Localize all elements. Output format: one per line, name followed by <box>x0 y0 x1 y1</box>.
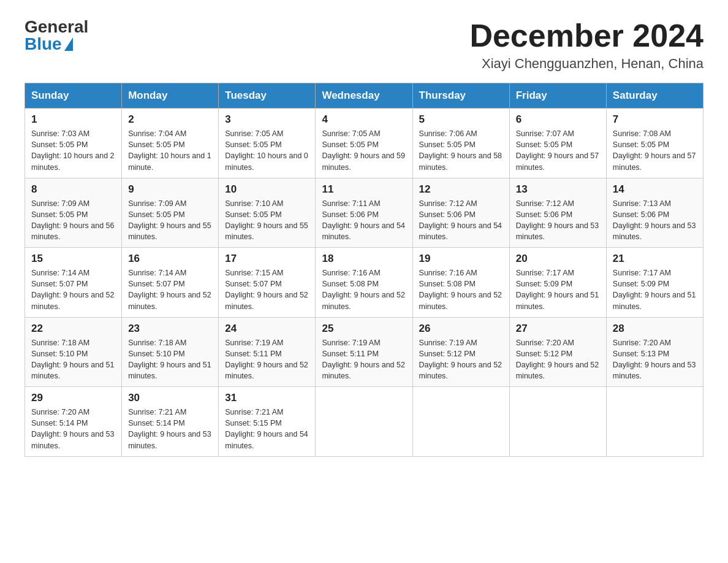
calendar-cell: 13Sunrise: 7:12 AMSunset: 5:06 PMDayligh… <box>509 178 606 248</box>
calendar-cell <box>606 387 703 457</box>
calendar-cell <box>412 387 509 457</box>
day-info: Sunrise: 7:05 AMSunset: 5:05 PMDaylight:… <box>225 128 309 173</box>
day-info: Sunrise: 7:16 AMSunset: 5:08 PMDaylight:… <box>322 267 406 312</box>
day-number: 8 <box>31 183 115 196</box>
day-number: 29 <box>31 392 115 404</box>
day-info: Sunrise: 7:12 AMSunset: 5:06 PMDaylight:… <box>516 198 600 243</box>
calendar-cell: 24Sunrise: 7:19 AMSunset: 5:11 PMDayligh… <box>219 317 316 387</box>
calendar-cell <box>316 387 412 457</box>
calendar-cell: 8Sunrise: 7:09 AMSunset: 5:05 PMDaylight… <box>25 178 122 248</box>
day-info: Sunrise: 7:20 AMSunset: 5:12 PMDaylight:… <box>516 337 600 382</box>
calendar-cell: 18Sunrise: 7:16 AMSunset: 5:08 PMDayligh… <box>316 248 412 318</box>
day-number: 10 <box>225 183 309 196</box>
calendar-cell: 6Sunrise: 7:07 AMSunset: 5:05 PMDaylight… <box>509 109 606 178</box>
day-info: Sunrise: 7:12 AMSunset: 5:06 PMDaylight:… <box>419 198 503 243</box>
day-info: Sunrise: 7:19 AMSunset: 5:11 PMDaylight:… <box>225 337 309 382</box>
day-info: Sunrise: 7:10 AMSunset: 5:05 PMDaylight:… <box>225 198 309 243</box>
day-info: Sunrise: 7:18 AMSunset: 5:10 PMDaylight:… <box>128 337 212 382</box>
calendar-cell: 17Sunrise: 7:15 AMSunset: 5:07 PMDayligh… <box>219 248 316 318</box>
calendar-cell: 12Sunrise: 7:12 AMSunset: 5:06 PMDayligh… <box>412 178 509 248</box>
calendar-cell: 9Sunrise: 7:09 AMSunset: 5:05 PMDaylight… <box>122 178 219 248</box>
location-subtitle: Xiayi Chengguanzhen, Henan, China <box>469 56 703 72</box>
calendar-cell: 25Sunrise: 7:19 AMSunset: 5:11 PMDayligh… <box>316 317 412 387</box>
calendar-cell: 20Sunrise: 7:17 AMSunset: 5:09 PMDayligh… <box>509 248 606 318</box>
calendar-cell: 16Sunrise: 7:14 AMSunset: 5:07 PMDayligh… <box>122 248 219 318</box>
calendar-cell: 27Sunrise: 7:20 AMSunset: 5:12 PMDayligh… <box>509 317 606 387</box>
day-info: Sunrise: 7:20 AMSunset: 5:13 PMDaylight:… <box>613 337 697 382</box>
column-header-wednesday: Wednesday <box>316 83 412 109</box>
day-number: 4 <box>322 113 406 126</box>
calendar-cell: 10Sunrise: 7:10 AMSunset: 5:05 PMDayligh… <box>219 178 316 248</box>
month-title: December 2024 <box>469 18 703 53</box>
column-header-friday: Friday <box>509 83 606 109</box>
day-number: 26 <box>419 323 503 335</box>
day-info: Sunrise: 7:09 AMSunset: 5:05 PMDaylight:… <box>31 198 115 243</box>
day-info: Sunrise: 7:17 AMSunset: 5:09 PMDaylight:… <box>613 267 697 312</box>
day-info: Sunrise: 7:07 AMSunset: 5:05 PMDaylight:… <box>516 128 600 173</box>
day-number: 14 <box>613 183 697 196</box>
column-header-tuesday: Tuesday <box>219 83 316 109</box>
calendar-cell: 30Sunrise: 7:21 AMSunset: 5:14 PMDayligh… <box>122 387 219 457</box>
day-info: Sunrise: 7:19 AMSunset: 5:12 PMDaylight:… <box>419 337 503 382</box>
calendar-cell: 28Sunrise: 7:20 AMSunset: 5:13 PMDayligh… <box>606 317 703 387</box>
calendar-cell: 29Sunrise: 7:20 AMSunset: 5:14 PMDayligh… <box>25 387 122 457</box>
week-row-1: 1Sunrise: 7:03 AMSunset: 5:05 PMDaylight… <box>25 109 703 178</box>
day-info: Sunrise: 7:11 AMSunset: 5:06 PMDaylight:… <box>322 198 406 243</box>
page-header: General Blue December 2024 Xiayi Chenggu… <box>25 18 703 72</box>
calendar-cell: 11Sunrise: 7:11 AMSunset: 5:06 PMDayligh… <box>316 178 412 248</box>
day-number: 12 <box>419 183 503 196</box>
day-info: Sunrise: 7:06 AMSunset: 5:05 PMDaylight:… <box>419 128 503 173</box>
day-info: Sunrise: 7:17 AMSunset: 5:09 PMDaylight:… <box>516 267 600 312</box>
title-block: December 2024 Xiayi Chengguanzhen, Henan… <box>469 18 703 72</box>
day-info: Sunrise: 7:18 AMSunset: 5:10 PMDaylight:… <box>31 337 115 382</box>
day-info: Sunrise: 7:21 AMSunset: 5:15 PMDaylight:… <box>225 407 309 451</box>
day-number: 15 <box>31 253 115 265</box>
day-number: 24 <box>225 323 309 335</box>
day-number: 16 <box>128 253 212 265</box>
calendar-cell: 21Sunrise: 7:17 AMSunset: 5:09 PMDayligh… <box>606 248 703 318</box>
day-info: Sunrise: 7:21 AMSunset: 5:14 PMDaylight:… <box>128 407 212 451</box>
day-info: Sunrise: 7:09 AMSunset: 5:05 PMDaylight:… <box>128 198 212 243</box>
day-number: 23 <box>128 323 212 335</box>
day-number: 9 <box>128 183 212 196</box>
day-number: 19 <box>419 253 503 265</box>
calendar-header: SundayMondayTuesdayWednesdayThursdayFrid… <box>25 83 703 109</box>
calendar-cell: 15Sunrise: 7:14 AMSunset: 5:07 PMDayligh… <box>25 248 122 318</box>
day-number: 17 <box>225 253 309 265</box>
day-info: Sunrise: 7:14 AMSunset: 5:07 PMDaylight:… <box>31 267 115 312</box>
logo-triangle-icon <box>64 37 73 51</box>
calendar-cell: 3Sunrise: 7:05 AMSunset: 5:05 PMDaylight… <box>219 109 316 178</box>
day-number: 27 <box>516 323 600 335</box>
calendar-cell: 23Sunrise: 7:18 AMSunset: 5:10 PMDayligh… <box>122 317 219 387</box>
calendar-cell: 26Sunrise: 7:19 AMSunset: 5:12 PMDayligh… <box>412 317 509 387</box>
calendar-cell: 4Sunrise: 7:05 AMSunset: 5:05 PMDaylight… <box>316 109 412 178</box>
logo: General Blue <box>25 18 88 53</box>
calendar-cell: 22Sunrise: 7:18 AMSunset: 5:10 PMDayligh… <box>25 317 122 387</box>
day-number: 7 <box>613 113 697 126</box>
calendar-cell <box>509 387 606 457</box>
day-info: Sunrise: 7:15 AMSunset: 5:07 PMDaylight:… <box>225 267 309 312</box>
day-number: 28 <box>613 323 697 335</box>
logo-blue-text: Blue <box>25 36 62 53</box>
day-number: 2 <box>128 113 212 126</box>
calendar-cell: 5Sunrise: 7:06 AMSunset: 5:05 PMDaylight… <box>412 109 509 178</box>
calendar-table: SundayMondayTuesdayWednesdayThursdayFrid… <box>25 83 703 457</box>
day-number: 3 <box>225 113 309 126</box>
calendar-cell: 19Sunrise: 7:16 AMSunset: 5:08 PMDayligh… <box>412 248 509 318</box>
day-info: Sunrise: 7:20 AMSunset: 5:14 PMDaylight:… <box>31 407 115 451</box>
calendar-cell: 14Sunrise: 7:13 AMSunset: 5:06 PMDayligh… <box>606 178 703 248</box>
day-number: 18 <box>322 253 406 265</box>
day-number: 31 <box>225 392 309 404</box>
day-info: Sunrise: 7:03 AMSunset: 5:05 PMDaylight:… <box>31 128 115 173</box>
logo-general-text: General <box>25 18 88 36</box>
day-number: 30 <box>128 392 212 404</box>
day-info: Sunrise: 7:14 AMSunset: 5:07 PMDaylight:… <box>128 267 212 312</box>
calendar-cell: 2Sunrise: 7:04 AMSunset: 5:05 PMDaylight… <box>122 109 219 178</box>
day-number: 25 <box>322 323 406 335</box>
column-header-monday: Monday <box>122 83 219 109</box>
week-row-5: 29Sunrise: 7:20 AMSunset: 5:14 PMDayligh… <box>25 387 703 457</box>
calendar-cell: 31Sunrise: 7:21 AMSunset: 5:15 PMDayligh… <box>219 387 316 457</box>
day-number: 5 <box>419 113 503 126</box>
column-header-saturday: Saturday <box>606 83 703 109</box>
day-info: Sunrise: 7:05 AMSunset: 5:05 PMDaylight:… <box>322 128 406 173</box>
